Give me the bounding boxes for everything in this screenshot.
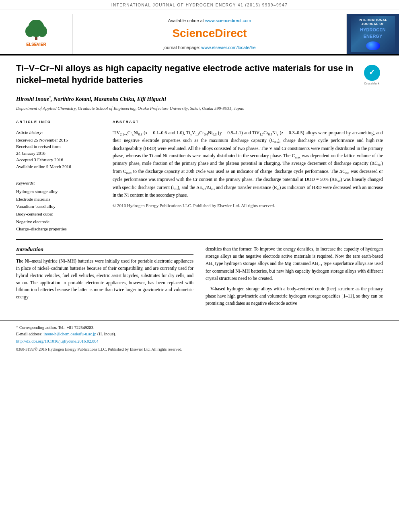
article-title: Ti–V–Cr–Ni alloys as high capacity negat…	[16, 63, 355, 86]
journal-cover-title: International Journal of	[353, 18, 393, 26]
keyword-5: Negative electrode	[16, 218, 105, 226]
sciencedirect-link[interactable]: www.sciencedirect.com	[205, 18, 251, 23]
journal-info-center: Available online at www.sciencedirect.co…	[72, 14, 347, 54]
received-date: Received 25 November 2015	[16, 137, 105, 144]
author-email-link[interactable]: inoue-h@chem.osakafu-u.ac.jp	[43, 332, 96, 336]
publisher-logo-area: ELSEVIER	[0, 14, 72, 54]
article-info-abstract-section: ARTICLE INFO Article history: Received 2…	[0, 113, 399, 239]
available-online-text: Available online at www.sciencedirect.co…	[168, 18, 251, 24]
issn-text: 0360-3199/© 2016 Hydrogen Energy Publica…	[16, 347, 383, 352]
article-history-block: Article history: Received 25 November 20…	[16, 129, 105, 170]
journal-header: ELSEVIER Available online at www.science…	[0, 10, 399, 55]
svg-point-4	[37, 26, 47, 37]
journal-banner: INTERNATIONAL JOURNAL OF HYDROGEN ENERGY…	[0, 0, 399, 10]
corresponding-note-text: * Corresponding author. Tel.: +81 722549…	[16, 325, 95, 330]
body-content: Introduction The Ni–metal hydride (Ni–MH…	[0, 240, 399, 316]
journal-cover-area: International Journal of HYDROGENENERGY	[347, 14, 399, 54]
introduction-text-right: densities than the former. To improve th…	[206, 246, 383, 307]
abstract-copyright: © 2016 Hydrogen Energy Publications LLC.…	[113, 202, 383, 209]
journal-homepage-link[interactable]: www.elsevier.com/locate/he	[202, 45, 256, 50]
body-right-column: densities than the former. To improve th…	[206, 246, 383, 310]
body-left-column: Introduction The Ni–metal hydride (Ni–MH…	[16, 246, 193, 310]
article-info-header: ARTICLE INFO	[16, 119, 105, 126]
introduction-text-left: The Ni–metal hydride (Ni–MH) batteries w…	[16, 258, 193, 301]
keyword-1: Hydrogen storage alloy	[16, 188, 105, 195]
doi-link[interactable]: http://dx.doi.org/10.1016/j.ijhydene.201…	[16, 339, 99, 343]
email-note: E-mail address: inoue-h@chem.osakafu-u.a…	[16, 331, 383, 337]
accepted-date: Accepted 3 February 2016	[16, 156, 105, 163]
authors-list: Hiroshi Inoue*, Norihiro Kotani, Masanob…	[16, 95, 383, 103]
history-label: Article history:	[16, 129, 105, 136]
keyword-2: Electrode materials	[16, 195, 105, 203]
crossmark-label: CrossMark	[364, 82, 379, 86]
journal-cover-image: International Journal of HYDROGENENERGY	[351, 16, 395, 52]
revised-date: 24 January 2016	[16, 150, 105, 157]
svg-point-3	[25, 26, 35, 37]
keyword-6: Charge–discharge properties	[16, 225, 105, 233]
elsevier-logo: ELSEVIER	[16, 20, 56, 48]
journal-cover-subtitle: HYDROGENENERGY	[360, 27, 386, 39]
footer-section: * Corresponding author. Tel.: +81 722549…	[0, 320, 399, 356]
article-info-column: ARTICLE INFO Article history: Received 2…	[16, 119, 105, 233]
crossmark-area[interactable]: ✓ CrossMark	[361, 65, 383, 87]
author-affiliation: Department of Applied Chemistry, Graduat…	[16, 105, 383, 111]
revised-label: Received in revised form	[16, 143, 105, 150]
svg-text:ELSEVIER: ELSEVIER	[26, 42, 46, 47]
keywords-block: Keywords: Hydrogen storage alloy Electro…	[16, 180, 105, 233]
abstract-text: TiV2.1−xCrxNi0.3 (x = 0.1–0.6 and 1.0), …	[113, 129, 383, 209]
sciencedirect-logo: ScienceDirect	[172, 25, 247, 41]
introduction-title: Introduction	[16, 246, 193, 255]
keywords-label: Keywords:	[16, 180, 105, 186]
abstract-column: ABSTRACT TiV2.1−xCrxNi0.3 (x = 0.1–0.6 a…	[113, 119, 383, 233]
abstract-header: ABSTRACT	[113, 119, 383, 126]
info-divider	[16, 176, 105, 176]
journal-cover-graphic	[366, 41, 380, 50]
authors-section: Hiroshi Inoue*, Norihiro Kotani, Masanob…	[0, 91, 399, 113]
keyword-4: Body-centered cubic	[16, 210, 105, 218]
keyword-3: Vanadium-based alloy	[16, 203, 105, 210]
email-person: (H. Inoue).	[97, 332, 116, 336]
email-label: E-mail address:	[16, 332, 43, 336]
corresponding-author-note: * Corresponding author. Tel.: +81 722549…	[16, 325, 383, 331]
article-title-section: Ti–V–Cr–Ni alloys as high capacity negat…	[0, 55, 399, 91]
journal-homepage-text: journal homepage: www.elsevier.com/locat…	[163, 45, 255, 51]
available-online-date: Available online 9 March 2016	[16, 163, 105, 170]
crossmark-icon: ✓	[364, 65, 380, 81]
